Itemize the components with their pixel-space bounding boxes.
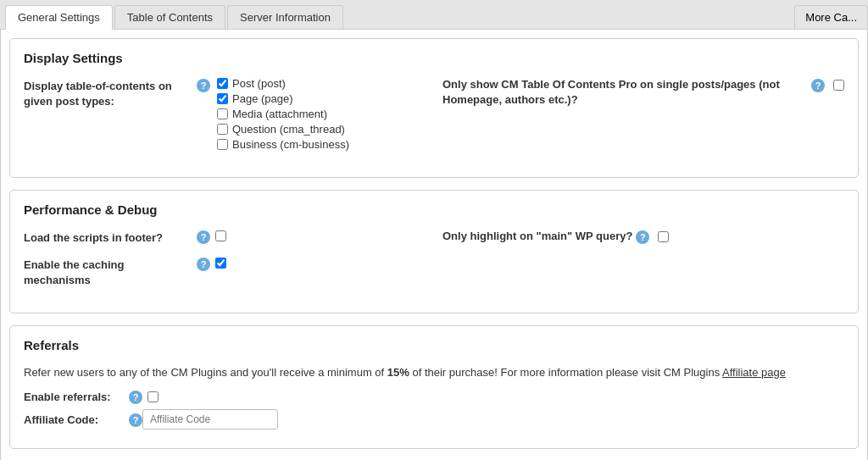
referrals-description: Refer new users to any of the CM Plugins…: [24, 364, 844, 381]
enable-referrals-checkbox[interactable]: [147, 391, 159, 402]
checkbox-media-input[interactable]: [217, 108, 228, 119]
caching-row: Enable the caching mechanisms ?: [24, 256, 426, 288]
checkbox-media-label: Media (attachment): [232, 108, 327, 120]
main-query-label: Only highlight on "main" WP query?: [442, 229, 632, 244]
tabs-bar: General Settings Table of Contents Serve…: [0, 0, 868, 30]
post-types-col: Display table-of-contents on given post …: [24, 77, 426, 163]
affiliate-code-input[interactable]: [142, 409, 278, 430]
affiliate-page-link[interactable]: Affiliate page: [722, 366, 786, 379]
referrals-title: Referrals: [24, 338, 844, 352]
referrals-desc-before: Refer new users to any of the CM Plugins…: [24, 366, 387, 379]
single-posts-checkbox[interactable]: [833, 80, 844, 91]
post-types-row: Display table-of-contents on given post …: [24, 77, 426, 153]
checkbox-post-label: Post (post): [232, 77, 286, 90]
footer-scripts-help-icon[interactable]: ?: [197, 230, 210, 244]
checkbox-question-label: Question (cma_thread): [232, 123, 345, 136]
performance-right-col: Only highlight on "main" WP query? ?: [442, 229, 844, 299]
checkbox-page-label: Page (page): [232, 92, 293, 105]
affiliate-code-label: Affiliate Code:: [24, 413, 125, 426]
footer-scripts-checkbox[interactable]: [215, 230, 226, 241]
display-settings-title: Display Settings: [24, 51, 844, 65]
checkbox-business: Business (cm-business): [217, 138, 349, 151]
checkbox-question-input[interactable]: [217, 124, 228, 135]
post-types-label: Display table-of-contents on given post …: [24, 77, 193, 109]
checkbox-media: Media (attachment): [217, 108, 349, 120]
display-settings-section: Display Settings Display table-of-conten…: [9, 38, 859, 178]
checkbox-post: Post (post): [217, 77, 349, 90]
enable-referrals-label: Enable referrals:: [24, 391, 125, 403]
single-posts-row: Only show CM Table Of Contents Pro on si…: [442, 77, 844, 108]
checkbox-page-input[interactable]: [217, 93, 228, 104]
performance-content: Load the scripts in footer? ? Enable the…: [24, 229, 844, 299]
caching-checkbox[interactable]: [215, 258, 226, 269]
caching-label: Enable the caching mechanisms: [24, 256, 193, 288]
performance-section: Performance & Debug Load the scripts in …: [9, 190, 859, 313]
post-types-help-icon[interactable]: ?: [197, 79, 210, 92]
referrals-desc-after: of their purchase! For more information …: [409, 366, 722, 379]
performance-left-col: Load the scripts in footer? ? Enable the…: [24, 229, 426, 299]
single-posts-help-icon[interactable]: ?: [811, 79, 825, 92]
caching-help-icon[interactable]: ?: [197, 258, 210, 271]
display-settings-content: Display table-of-contents on given post …: [24, 77, 844, 163]
post-types-checkboxes: Post (post) Page (page) Media (attachmen…: [217, 77, 349, 153]
enable-referrals-row: Enable referrals: ?: [24, 389, 844, 404]
single-posts-label: Only show CM Table Of Contents Pro on si…: [442, 77, 808, 108]
single-posts-col: Only show CM Table Of Contents Pro on si…: [442, 77, 844, 163]
tab-general[interactable]: General Settings: [5, 5, 113, 30]
checkbox-business-label: Business (cm-business): [232, 138, 349, 151]
performance-title: Performance & Debug: [24, 202, 844, 217]
footer-scripts-row: Load the scripts in footer? ?: [24, 229, 426, 246]
referrals-highlight: 15%: [387, 366, 409, 379]
footer-scripts-label: Load the scripts in footer?: [24, 229, 193, 246]
more-button[interactable]: More Ca...: [794, 5, 868, 29]
affiliate-code-help-icon[interactable]: ?: [129, 413, 142, 427]
affiliate-code-row: Affiliate Code: ?: [24, 409, 844, 430]
checkbox-page: Page (page): [217, 92, 349, 105]
main-query-help-icon[interactable]: ?: [636, 230, 649, 244]
content-area: Display Settings Display table-of-conten…: [0, 30, 868, 460]
main-query-row: Only highlight on "main" WP query? ?: [442, 229, 844, 244]
tab-server[interactable]: Server Information: [227, 5, 343, 29]
enable-referrals-help-icon[interactable]: ?: [129, 391, 142, 404]
tab-toc[interactable]: Table of Contents: [114, 5, 225, 29]
checkbox-question: Question (cma_thread): [217, 123, 349, 136]
main-query-checkbox[interactable]: [658, 231, 669, 242]
referrals-section: Referrals Refer new users to any of the …: [9, 325, 859, 450]
checkbox-post-input[interactable]: [217, 78, 228, 89]
checkbox-business-input[interactable]: [217, 139, 228, 150]
